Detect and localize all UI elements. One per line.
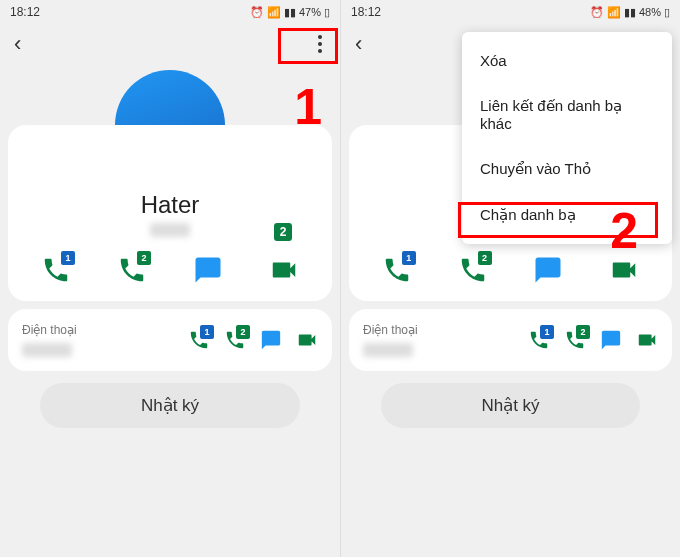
alarm-icon: ⏰ [250, 6, 264, 19]
wifi-icon: 📶 [267, 6, 281, 19]
status-icons: ⏰ 📶 ▮▮ 48% ▯ [590, 6, 670, 19]
message-button[interactable] [533, 255, 563, 285]
video-icon [269, 255, 299, 285]
phone-label: Điện thoại [363, 323, 418, 337]
mini-call-sim2[interactable]: 2 [564, 329, 586, 351]
sim1-tag: 1 [402, 251, 416, 265]
video-button[interactable] [269, 255, 299, 285]
battery-icon: ▯ [664, 6, 670, 19]
alarm-icon: ⏰ [590, 6, 604, 19]
more-menu-button[interactable] [314, 27, 326, 61]
message-icon [600, 329, 622, 351]
log-button[interactable]: Nhật ký [381, 383, 640, 428]
mini-video[interactable] [636, 329, 658, 351]
menu-delete[interactable]: Xóa [462, 38, 672, 83]
sim2-tag: 2 [137, 251, 151, 265]
phone-number-blur [22, 343, 72, 357]
status-bar: 18:12 ⏰ 📶 ▮▮ 48% ▯ [341, 0, 680, 24]
battery-pct: 47% [299, 6, 321, 18]
overflow-menu: Xóa Liên kết đến danh bạ khác Chuyển vào… [462, 32, 672, 244]
action-row: 1 2 [18, 255, 322, 285]
status-time: 18:12 [10, 5, 40, 19]
message-icon [260, 329, 282, 351]
battery-pct: 48% [639, 6, 661, 18]
phone-row-card: Điện thoại 1 2 [349, 309, 672, 371]
sim2-tag: 2 [236, 325, 250, 339]
screenshot-right: 18:12 ⏰ 📶 ▮▮ 48% ▯ ‹ Xóa Liên kết đến da… [340, 0, 680, 557]
phone-number-blur [363, 343, 413, 357]
mini-message[interactable] [600, 329, 622, 351]
call-sim2-button[interactable]: 2 [458, 255, 488, 285]
message-icon [533, 255, 563, 285]
contact-card: Hater 2 1 2 [8, 125, 332, 301]
mini-video[interactable] [296, 329, 318, 351]
message-icon [193, 255, 223, 285]
log-button[interactable]: Nhật ký [40, 383, 300, 428]
video-icon [296, 329, 318, 351]
menu-block-contact[interactable]: Chặn danh bạ [462, 192, 672, 238]
sim2-tag: 2 [478, 251, 492, 265]
back-button[interactable]: ‹ [355, 31, 362, 57]
signal-icon: ▮▮ [624, 6, 636, 19]
mini-call-sim1[interactable]: 1 [528, 329, 550, 351]
call-sim2-button[interactable]: 2 [117, 255, 147, 285]
mini-call-sim2[interactable]: 2 [224, 329, 246, 351]
menu-move-card[interactable]: Chuyển vào Thỏ [462, 146, 672, 192]
mini-action-row: 1 2 [188, 329, 318, 351]
sim1-tag: 1 [540, 325, 554, 339]
status-icons: ⏰ 📶 ▮▮ 47% ▯ [250, 6, 330, 19]
status-bar: 18:12 ⏰ 📶 ▮▮ 47% ▯ [0, 0, 340, 24]
screenshot-left: 18:12 ⏰ 📶 ▮▮ 47% ▯ ‹ 1 Hater 2 1 2 [0, 0, 340, 557]
contact-name: Hater [141, 191, 200, 219]
sim2-tag: 2 [576, 325, 590, 339]
back-button[interactable]: ‹ [14, 31, 21, 57]
contact-subtext-blur [150, 223, 190, 237]
phone-row-card: Điện thoại 1 2 [8, 309, 332, 371]
annotation-2: 2 [610, 202, 638, 260]
annotation-1: 1 [294, 78, 322, 136]
wifi-icon: 📶 [607, 6, 621, 19]
sim1-tag: 1 [200, 325, 214, 339]
sim1-tag: 1 [61, 251, 75, 265]
top-bar: ‹ [0, 24, 340, 64]
signal-icon: ▮▮ [284, 6, 296, 19]
video-icon [636, 329, 658, 351]
call-sim1-button[interactable]: 1 [41, 255, 71, 285]
sim-badge: 2 [274, 223, 292, 241]
phone-label: Điện thoại [22, 323, 77, 337]
phone-label-col: Điện thoại [22, 323, 77, 357]
call-sim1-button[interactable]: 1 [382, 255, 412, 285]
message-button[interactable] [193, 255, 223, 285]
mini-message[interactable] [260, 329, 282, 351]
menu-link-other[interactable]: Liên kết đến danh bạ khác [462, 83, 672, 146]
status-time: 18:12 [351, 5, 381, 19]
mini-action-row: 1 2 [528, 329, 658, 351]
mini-call-sim1[interactable]: 1 [188, 329, 210, 351]
battery-icon: ▯ [324, 6, 330, 19]
phone-label-col: Điện thoại [363, 323, 418, 357]
